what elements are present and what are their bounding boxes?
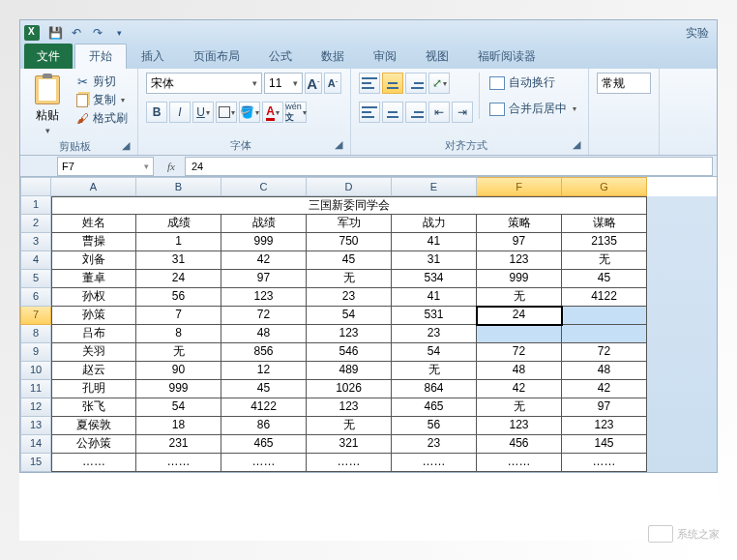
tab-review[interactable]: 审阅: [359, 44, 411, 69]
data-cell[interactable]: 48: [477, 362, 562, 380]
row-header-11[interactable]: 11: [20, 380, 51, 398]
row-header-14[interactable]: 14: [20, 435, 51, 454]
orientation-button[interactable]: ⤢▾: [428, 73, 450, 94]
format-painter-button[interactable]: 🖌格式刷: [73, 109, 130, 128]
data-cell[interactable]: 孔明: [51, 380, 136, 398]
underline-button[interactable]: U▾: [192, 102, 214, 123]
data-cell[interactable]: 4122: [562, 288, 647, 307]
decrease-indent-button[interactable]: ⇤: [428, 102, 450, 123]
data-cell[interactable]: 48: [562, 362, 647, 380]
data-cell[interactable]: 123: [477, 251, 562, 270]
tab-data[interactable]: 数据: [307, 44, 359, 69]
data-cell[interactable]: 31: [392, 251, 477, 270]
tab-layout[interactable]: 页面布局: [179, 44, 254, 69]
data-cell[interactable]: 41: [392, 288, 477, 307]
data-cell[interactable]: 999: [477, 270, 562, 288]
fx-icon[interactable]: fx: [162, 161, 181, 172]
data-cell[interactable]: 18: [136, 417, 221, 435]
data-cell[interactable]: 42: [477, 380, 562, 398]
data-cell[interactable]: 赵云: [51, 362, 136, 380]
data-cell[interactable]: 吕布: [51, 325, 136, 343]
header-cell[interactable]: 谋略: [562, 215, 647, 233]
data-cell[interactable]: 456: [477, 435, 562, 454]
row-header-13[interactable]: 13: [20, 417, 51, 435]
data-cell[interactable]: 231: [136, 435, 221, 454]
col-header-A[interactable]: A: [51, 177, 136, 196]
col-header-F[interactable]: F: [477, 177, 562, 196]
data-cell[interactable]: ……: [392, 454, 477, 472]
data-cell[interactable]: 54: [307, 307, 392, 325]
data-cell[interactable]: 2135: [562, 233, 647, 251]
row-header-6[interactable]: 6: [20, 288, 51, 307]
data-cell[interactable]: 123: [562, 417, 647, 435]
save-icon[interactable]: 💾: [45, 23, 65, 43]
data-cell[interactable]: 公孙策: [51, 435, 136, 454]
data-cell[interactable]: 123: [477, 417, 562, 435]
row-header-8[interactable]: 8: [20, 325, 51, 343]
tab-file[interactable]: 文件: [24, 44, 73, 69]
data-cell[interactable]: 夏侯敦: [51, 417, 136, 435]
data-cell[interactable]: 56: [136, 288, 221, 307]
data-cell[interactable]: 864: [392, 380, 477, 398]
row-header-15[interactable]: 15: [20, 454, 51, 472]
merge-center-button[interactable]: 合并后居中▾: [486, 99, 580, 119]
name-box[interactable]: F7▾: [57, 157, 154, 176]
row-header-1[interactable]: 1: [20, 196, 51, 215]
data-cell[interactable]: 56: [392, 417, 477, 435]
data-cell[interactable]: 45: [307, 251, 392, 270]
col-header-B[interactable]: B: [136, 177, 221, 196]
data-cell[interactable]: 72: [477, 343, 562, 362]
data-cell[interactable]: 8: [136, 325, 221, 343]
clipboard-launcher-icon[interactable]: ◢: [122, 139, 130, 152]
data-cell[interactable]: [562, 325, 647, 343]
data-cell[interactable]: 无: [477, 398, 562, 417]
undo-icon[interactable]: ↶: [67, 23, 86, 43]
col-header-C[interactable]: C: [221, 177, 307, 196]
data-cell[interactable]: 无: [392, 362, 477, 380]
font-name-combo[interactable]: 宋体▾: [146, 73, 262, 94]
phonetic-button[interactable]: wén文▾: [285, 102, 307, 123]
data-cell[interactable]: 72: [562, 343, 647, 362]
data-cell[interactable]: 孙策: [51, 307, 136, 325]
data-cell[interactable]: 曹操: [51, 233, 136, 251]
data-cell[interactable]: ……: [477, 454, 562, 472]
data-cell[interactable]: 23: [392, 325, 477, 343]
tab-foxit[interactable]: 福昕阅读器: [463, 44, 550, 69]
data-cell[interactable]: 无: [307, 270, 392, 288]
data-cell[interactable]: 孙权: [51, 288, 136, 307]
data-cell[interactable]: 54: [392, 343, 477, 362]
col-header-D[interactable]: D: [307, 177, 392, 196]
align-center-button[interactable]: [382, 102, 403, 123]
data-cell[interactable]: 23: [392, 435, 477, 454]
data-cell[interactable]: 4122: [221, 398, 307, 417]
data-cell[interactable]: 123: [221, 288, 307, 307]
data-cell[interactable]: 无: [307, 417, 392, 435]
data-cell[interactable]: 24: [136, 270, 221, 288]
data-cell[interactable]: 45: [221, 380, 307, 398]
data-cell[interactable]: 1: [136, 233, 221, 251]
col-header-G[interactable]: G: [562, 177, 647, 196]
row-header-7[interactable]: 7: [20, 307, 51, 325]
data-cell[interactable]: 90: [136, 362, 221, 380]
data-cell[interactable]: 123: [307, 398, 392, 417]
row-header-2[interactable]: 2: [20, 215, 51, 233]
data-cell[interactable]: 23: [307, 288, 392, 307]
data-cell[interactable]: 750: [307, 233, 392, 251]
data-cell[interactable]: 无: [136, 343, 221, 362]
data-cell[interactable]: 97: [562, 398, 647, 417]
data-cell[interactable]: 321: [307, 435, 392, 454]
redo-icon[interactable]: ↷: [88, 23, 107, 43]
data-cell[interactable]: 531: [392, 307, 477, 325]
data-cell[interactable]: [562, 307, 647, 325]
tab-insert[interactable]: 插入: [127, 44, 179, 69]
data-cell[interactable]: 465: [392, 398, 477, 417]
col-header-E[interactable]: E: [392, 177, 477, 196]
align-right-button[interactable]: [405, 102, 427, 123]
font-color-button[interactable]: A▾: [262, 102, 283, 123]
italic-button[interactable]: I: [169, 102, 191, 123]
data-cell[interactable]: 无: [477, 288, 562, 307]
header-cell[interactable]: 策略: [477, 215, 562, 233]
grow-font-button[interactable]: Aˆ: [305, 73, 322, 94]
header-cell[interactable]: 战绩: [221, 215, 307, 233]
data-cell[interactable]: 856: [221, 343, 307, 362]
